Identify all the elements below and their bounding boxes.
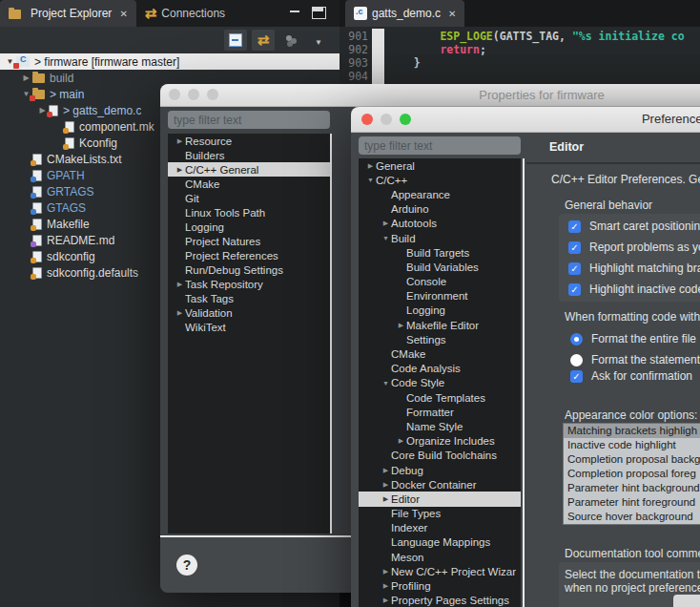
checkbox[interactable]: ✓ (568, 241, 581, 254)
chevron-right-icon[interactable]: ▶ (381, 220, 391, 227)
chevron-right-icon[interactable]: ▶ (175, 166, 185, 174)
properties-tree-item[interactable]: Builders (168, 148, 330, 162)
color-option[interactable]: Parameter hint foreground (564, 495, 700, 510)
preferences-tree-item[interactable]: ▼C/C++ (359, 173, 521, 187)
preferences-tree-item[interactable]: Build Targets (359, 245, 521, 260)
color-option[interactable]: Completion proposal backg (564, 452, 700, 467)
preferences-tree-item[interactable]: Code Templates (359, 390, 521, 405)
view-menu-button[interactable] (307, 30, 330, 51)
preferences-tree-item[interactable]: ▶Docker Container (359, 477, 521, 492)
chevron-right-icon[interactable]: ▶ (381, 481, 391, 489)
radio-button[interactable] (570, 333, 583, 345)
chevron-right-icon[interactable]: ▶ (175, 137, 185, 145)
tab-gatts-demo[interactable]: gatts_demo.c ✕ (345, 0, 464, 27)
properties-titlebar[interactable]: Properties for firmware (160, 84, 700, 107)
preferences-tree-item[interactable]: ▶Property Pages Settings (359, 594, 521, 607)
preferences-tree-item[interactable]: Indexer (359, 521, 521, 535)
properties-tree-item[interactable]: WikiText (168, 320, 330, 334)
tab-connections[interactable]: Connections (136, 0, 234, 27)
properties-tree-item[interactable]: Run/Debug Settings (168, 262, 330, 277)
properties-tree-item[interactable]: Project References (168, 248, 330, 262)
properties-tree-item[interactable]: ▶Task Repository (168, 277, 330, 291)
color-option[interactable]: Source hover background (564, 510, 700, 524)
chevron-right-icon[interactable]: ▶ (396, 322, 406, 329)
color-option[interactable]: Matching brackets highligh (564, 424, 700, 438)
preferences-tree-item[interactable]: Environment (359, 289, 521, 304)
chevron-right-icon[interactable]: ▶ (381, 467, 391, 474)
link-with-editor-button[interactable] (252, 30, 275, 51)
preferences-tree-item[interactable]: Appearance (359, 187, 521, 201)
preferences-tree-item[interactable]: Code Analysis (359, 362, 521, 376)
checkbox[interactable]: ✓ (570, 370, 583, 383)
minimize-traffic-icon[interactable] (381, 114, 392, 125)
properties-tree-item[interactable]: Project Natures (168, 234, 330, 248)
chevron-right-icon[interactable]: ▶ (175, 309, 185, 317)
chevron-right-icon[interactable]: ▶ (365, 162, 376, 170)
checkbox[interactable]: ✓ (568, 262, 581, 275)
collapse-all-button[interactable] (224, 30, 247, 51)
close-icon[interactable]: ✕ (119, 9, 127, 19)
color-option[interactable]: Parameter hint background (564, 481, 700, 495)
color-option[interactable]: Completion proposal foreg (564, 467, 700, 481)
chevron-right-icon[interactable]: ▶ (20, 73, 32, 82)
preferences-tree-item[interactable]: ▼Build (359, 231, 521, 245)
preferences-tree-item[interactable]: Console (359, 275, 521, 289)
properties-tree-item[interactable]: CMake (168, 177, 330, 191)
checkbox[interactable]: ✓ (568, 283, 581, 296)
editor-scrollbar[interactable] (372, 29, 384, 84)
chevron-down-icon[interactable]: ▼ (365, 177, 376, 183)
explorer-tree-item[interactable]: ▼> firmware [firmware master] (0, 53, 340, 70)
preferences-tree-item[interactable]: ▶Debug (359, 463, 521, 477)
preferences-tree-item[interactable]: Name Style (359, 419, 521, 433)
preferences-tree-item[interactable]: Build Variables (359, 260, 521, 274)
preferences-tree-item[interactable]: Arduino (359, 202, 521, 217)
properties-tree-item[interactable]: Logging (168, 220, 330, 234)
preferences-tree-item[interactable]: Core Build Toolchains (359, 449, 521, 463)
chevron-down-icon[interactable]: ▼ (381, 380, 391, 387)
properties-tree-item[interactable]: Task Tags (168, 291, 330, 305)
minimize-icon[interactable] (289, 7, 301, 17)
properties-tree-item[interactable]: ▶Validation (168, 305, 330, 320)
chevron-right-icon[interactable]: ▶ (381, 495, 391, 503)
color-option[interactable]: Inactive code highlight (564, 438, 700, 452)
minimize-traffic-icon[interactable] (188, 89, 199, 100)
appearance-color-listbox[interactable]: Matching brackets highlighInactive code … (563, 423, 700, 525)
zoom-traffic-icon[interactable] (400, 114, 411, 125)
preferences-tree-item[interactable]: Formatter (359, 405, 521, 419)
documentation-tool-button[interactable] (673, 595, 700, 607)
preferences-tree-item[interactable]: Settings (359, 332, 521, 346)
properties-filter-input[interactable] (168, 111, 330, 129)
help-button[interactable]: ? (176, 555, 197, 576)
panel-divider[interactable] (330, 134, 332, 534)
preferences-tree-item[interactable]: ▶General (359, 158, 521, 173)
preferences-filter-input[interactable] (359, 136, 521, 155)
close-icon[interactable]: ✕ (448, 9, 456, 19)
close-traffic-icon[interactable] (361, 114, 373, 125)
panel-divider[interactable] (523, 158, 525, 607)
chevron-right-icon[interactable]: ▶ (381, 582, 391, 590)
preferences-tree-item[interactable]: Logging (359, 304, 521, 318)
preferences-tree-item[interactable]: ▶Editor (359, 492, 521, 506)
checkbox[interactable]: ✓ (568, 220, 581, 233)
properties-tree-item[interactable]: ▶Resource (168, 134, 330, 148)
chevron-right-icon[interactable]: ▶ (175, 281, 185, 288)
preferences-tree-item[interactable]: CMake (359, 346, 521, 361)
chevron-down-icon[interactable]: ▼ (381, 235, 391, 241)
preferences-tree-item[interactable]: ▶Autotools (359, 217, 521, 231)
preferences-tree-item[interactable]: File Types (359, 507, 521, 521)
properties-tree-item[interactable]: ▶C/C++ General (168, 162, 330, 177)
preferences-titlebar[interactable]: Preferences (351, 107, 700, 133)
radio-button[interactable] (570, 354, 583, 366)
preferences-tree-item[interactable]: ▶Makefile Editor (359, 318, 521, 332)
preferences-tree-item[interactable]: ▶Organize Includes (359, 434, 521, 449)
close-traffic-icon[interactable] (169, 89, 180, 100)
preferences-tree-item[interactable]: ▶Profiling (359, 578, 521, 593)
preferences-tree-item[interactable]: Language Mappings (359, 535, 521, 550)
chevron-right-icon[interactable]: ▶ (381, 597, 391, 604)
preferences-tree-item[interactable]: Meson (359, 550, 521, 564)
zoom-traffic-icon[interactable] (207, 89, 218, 100)
properties-tree-item[interactable]: Linux Tools Path (168, 205, 330, 220)
code-editor[interactable]: 901902903904 ESP_LOGE(GATTS_TAG, "%s ini… (340, 27, 700, 88)
chevron-right-icon[interactable]: ▶ (381, 568, 391, 576)
properties-tree-item[interactable]: Git (168, 191, 330, 205)
